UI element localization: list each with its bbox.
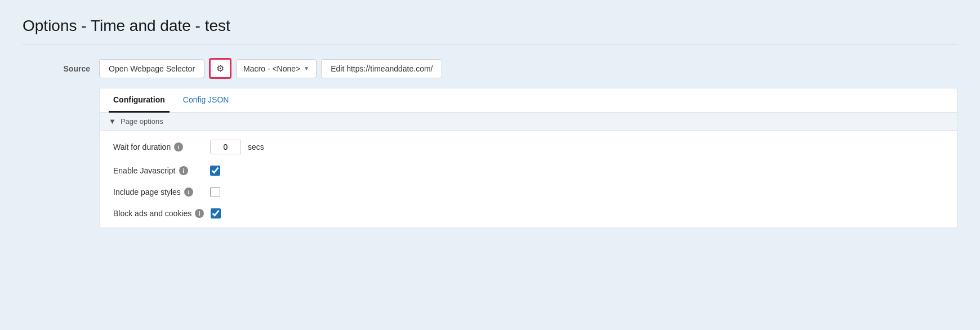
- gear-icon: ⚙: [216, 63, 224, 74]
- form-body: Wait for duration i secs Enable Javascri…: [100, 131, 957, 228]
- open-webpage-selector-button[interactable]: Open Webpage Selector: [99, 59, 204, 78]
- page-title: Options - Time and date - test: [23, 17, 957, 44]
- page-options-section-header[interactable]: ▼ Page options: [100, 113, 957, 131]
- source-controls: Open Webpage Selector ⚙ Macro - <None> ▼…: [99, 58, 442, 79]
- include-page-styles-info-icon[interactable]: i: [184, 188, 193, 197]
- wait-for-duration-info-icon[interactable]: i: [174, 142, 183, 151]
- enable-javascript-checkbox[interactable]: [210, 166, 220, 176]
- wait-for-duration-label: Wait for duration i: [113, 142, 203, 151]
- section-header-label: Page options: [121, 117, 163, 126]
- tabs-bar: Configuration Config JSON: [100, 88, 957, 113]
- wait-for-duration-input[interactable]: [210, 140, 241, 154]
- enable-javascript-label: Enable Javascript i: [113, 166, 203, 175]
- enable-javascript-row: Enable Javascript i: [113, 166, 943, 176]
- source-row: Source Open Webpage Selector ⚙ Macro - <…: [56, 58, 957, 79]
- include-page-styles-checkbox[interactable]: [210, 187, 220, 197]
- macro-dropdown-button[interactable]: Macro - <None> ▼: [236, 59, 317, 78]
- enable-javascript-info-icon[interactable]: i: [179, 166, 188, 175]
- include-page-styles-label: Include page styles i: [113, 188, 203, 197]
- tab-configuration[interactable]: Configuration: [109, 88, 170, 113]
- chevron-down-icon: ▼: [304, 65, 309, 72]
- tab-config-json[interactable]: Config JSON: [179, 88, 234, 113]
- section-collapse-arrow: ▼: [109, 117, 116, 126]
- macro-label: Macro - <None>: [243, 64, 300, 73]
- gear-settings-button[interactable]: ⚙: [209, 58, 231, 79]
- secs-label: secs: [248, 142, 264, 151]
- wait-for-duration-row: Wait for duration i secs: [113, 140, 943, 154]
- edit-url-button[interactable]: Edit https://timeanddate.com/: [321, 59, 442, 78]
- block-ads-cookies-label: Block ads and cookies i: [113, 209, 204, 218]
- block-ads-cookies-row: Block ads and cookies i: [113, 208, 943, 218]
- include-page-styles-row: Include page styles i: [113, 187, 943, 197]
- source-label: Source: [56, 64, 90, 73]
- config-panel: Configuration Config JSON ▼ Page options…: [99, 88, 957, 228]
- block-ads-cookies-info-icon[interactable]: i: [195, 209, 204, 218]
- block-ads-cookies-checkbox[interactable]: [211, 208, 221, 218]
